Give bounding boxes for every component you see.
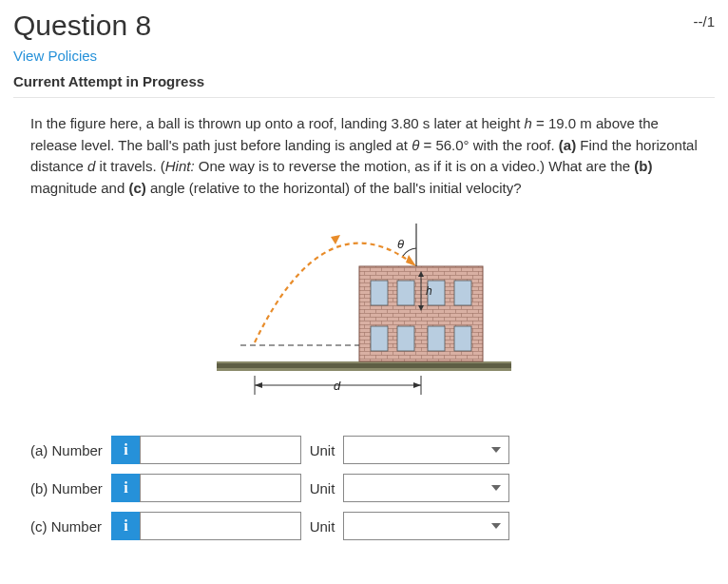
unit-label: Unit [301, 480, 343, 496]
divider [13, 97, 715, 98]
svg-marker-20 [331, 235, 340, 244]
svg-rect-11 [454, 281, 471, 305]
number-input-a[interactable] [140, 436, 301, 464]
info-icon[interactable]: i [111, 436, 140, 464]
part-label: (c) Number [30, 518, 111, 535]
svg-marker-27 [413, 382, 421, 388]
unit-select-b[interactable] [343, 474, 509, 502]
svg-marker-21 [406, 255, 416, 266]
info-icon[interactable]: i [111, 512, 140, 540]
svg-rect-12 [371, 326, 388, 351]
problem-text: In the figure here, a ball is thrown up … [30, 113, 698, 199]
number-input-c[interactable] [140, 512, 301, 540]
svg-rect-9 [397, 281, 414, 305]
svg-rect-15 [454, 326, 471, 351]
unit-label: Unit [301, 518, 343, 535]
answer-row: (a) Number i Unit [30, 436, 715, 464]
theta-label: θ [397, 237, 404, 251]
part-label: (a) Number [30, 442, 111, 458]
attempt-status: Current Attempt in Progress [13, 73, 715, 89]
part-label: (b) Number [30, 480, 111, 496]
answer-row: (c) Number i Unit [30, 512, 715, 540]
question-title: Question 8 [13, 10, 151, 42]
svg-rect-1 [217, 363, 511, 368]
svg-rect-13 [397, 326, 414, 351]
answer-row: (b) Number i Unit [30, 474, 715, 502]
svg-rect-14 [428, 326, 445, 351]
unit-label: Unit [301, 442, 343, 458]
view-policies-link[interactable]: View Policies [13, 48, 715, 64]
d-label: d [334, 379, 341, 393]
number-input-b[interactable] [140, 474, 301, 502]
unit-select-c[interactable] [343, 512, 509, 540]
score-display: --/1 [694, 13, 716, 29]
h-label: h [426, 284, 432, 298]
svg-marker-26 [255, 382, 262, 388]
info-icon[interactable]: i [111, 474, 140, 502]
figure: h θ d [13, 214, 715, 407]
unit-select-a[interactable] [343, 436, 509, 464]
svg-rect-8 [371, 281, 388, 305]
